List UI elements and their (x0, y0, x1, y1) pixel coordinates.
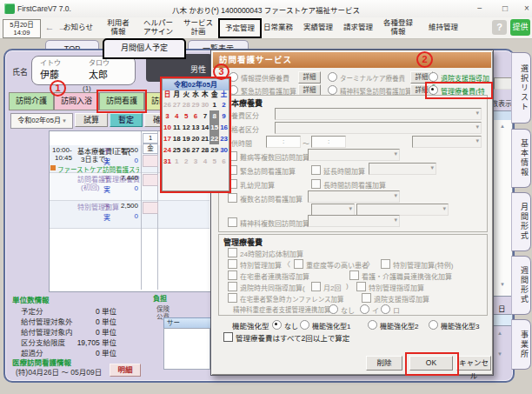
calendar-day[interactable]: 29 (191, 99, 201, 110)
calendar-day[interactable]: 6 (191, 110, 201, 122)
calendar-day[interactable]: 26 (163, 99, 172, 110)
partial-input[interactable] (494, 77, 512, 90)
calendar-day[interactable]: 27 (172, 99, 182, 110)
menu-item-service-keikaku[interactable]: サービス 計画 (178, 18, 218, 37)
radio-terminal-care[interactable]: ターミナルケア療養費 (328, 72, 405, 83)
check-severe-patient[interactable]: 重症度等の高い患者 (294, 259, 369, 270)
menu-item-nichijo[interactable]: 日常業務 (258, 18, 298, 37)
check-home-patient-coordination[interactable]: 在宅患者連携指導加算 (228, 270, 309, 281)
calendar-day[interactable]: 13 (191, 122, 201, 133)
check-discharge-joint-guidance[interactable]: 退院時共同指導加算( (228, 282, 305, 292)
menu-item-riyosha[interactable]: 利用者 情報 (98, 18, 138, 37)
calendar-day[interactable]: 12 (182, 122, 191, 133)
psychiatric-select[interactable] (308, 215, 400, 227)
calendar-day[interactable]: 1 (172, 156, 182, 167)
side-tab-selection-list[interactable]: 選択リスト (511, 52, 531, 124)
calendar-day[interactable]: 20 (191, 133, 201, 144)
tab-monthly-personal[interactable]: 月間個人予定 (103, 38, 186, 59)
check-twice-month[interactable]: 月2回 (311, 282, 341, 292)
calendar-day[interactable]: 23 (219, 133, 229, 144)
selection-listbox[interactable]: ▲ ▼ (493, 110, 513, 297)
check-emergency-conference[interactable]: 在宅患者緊急時カンファレンス加算 (228, 293, 344, 304)
help-icon[interactable]: ? (492, 20, 507, 35)
calendar-day[interactable]: 9 (219, 110, 229, 122)
calendar-day[interactable]: 24 (163, 144, 172, 156)
calendar-day[interactable]: 10 (163, 122, 172, 133)
check-24h-system[interactable]: 24時間対応体制加算 (228, 248, 303, 258)
qualification-select[interactable] (275, 122, 482, 134)
calendar-day[interactable]: 11 (172, 122, 182, 133)
calendar-day[interactable]: 4 (172, 110, 182, 122)
check-long-time-visit[interactable]: 長時間訪問看護加算 (311, 179, 386, 190)
check-special-management-exception[interactable]: 特別管理加算(特例) (381, 259, 453, 270)
calendar-day[interactable]: 21 (200, 133, 209, 144)
calendar-day[interactable]: 25 (172, 144, 182, 156)
menu-item-iji-kanri[interactable]: 維持管理 (423, 18, 463, 37)
scroll-up-icon[interactable]: ▲ (500, 124, 505, 129)
check-extension-time[interactable]: 延長時間加算 (311, 165, 365, 176)
calendar-day[interactable]: 8 (209, 110, 219, 122)
calendar-day[interactable]: 3 (163, 110, 172, 122)
delete-button[interactable]: 削除 (366, 356, 402, 371)
radio-kyoka-2[interactable]: 機能強化型2 (368, 320, 418, 331)
check-multiple-staff[interactable]: 複数名訪問看護加算 (228, 193, 303, 204)
time-option-select[interactable] (412, 136, 482, 148)
calendar-day[interactable]: 26 (182, 144, 191, 156)
calendar-day[interactable]: 29 (209, 144, 219, 156)
menu-item-yotei-kanri[interactable]: 予定管理 (218, 18, 262, 38)
calendar-day[interactable]: 18 (172, 133, 182, 144)
calendar-day[interactable]: 31 (163, 156, 172, 167)
scroll-down-icon[interactable]: ▼ (497, 351, 502, 357)
calendar-day[interactable]: 16 (219, 122, 229, 133)
time-end-input[interactable]: : (311, 136, 346, 148)
radio-info-provision[interactable]: 情報提供療養費 (229, 72, 289, 83)
check-nanbyo-multiple[interactable]: 難病等複数回訪問加算 (228, 151, 309, 162)
calendar-day[interactable]: 5 (209, 156, 219, 167)
grid-day-cell[interactable] (143, 174, 158, 186)
sub-select-2[interactable] (356, 204, 449, 216)
calendar-day[interactable]: 28 (200, 144, 209, 156)
calendar-day[interactable]: 14 (200, 122, 209, 133)
scroll-up-icon[interactable]: ▲ (497, 331, 502, 336)
close-icon[interactable]: × (521, 3, 532, 15)
scroll-down-icon[interactable]: ▼ (500, 282, 505, 287)
fee-category-select[interactable] (275, 108, 482, 120)
check-psychiatric-multiple[interactable]: 精神科複数回訪問加算 (228, 217, 309, 228)
menu-item-helper-assign[interactable]: ヘルパー アサイン (138, 18, 178, 37)
calendar-day[interactable]: 22 (209, 133, 219, 144)
calendar-day[interactable]: 3 (191, 156, 201, 167)
maximize-icon[interactable]: □ (499, 3, 511, 15)
calendar-day[interactable]: 30 (219, 144, 229, 156)
radio-kyoka-3[interactable]: 機能強化型3 (429, 320, 479, 331)
check-infant[interactable]: 乳幼児加算 (228, 179, 275, 190)
nanbyo-select[interactable] (308, 149, 400, 161)
menu-item-oshirase[interactable]: お知らせ (58, 18, 98, 37)
grid-day-cell[interactable] (143, 155, 158, 167)
check-all-twice-or-more[interactable]: 管理療養費はすべて2回以上で算定 (223, 332, 349, 343)
side-tab-monthly-format[interactable]: 月間形式 (511, 192, 531, 251)
check-special-management[interactable]: 特別管理加算 (228, 259, 282, 270)
grid-day-cell[interactable] (143, 202, 158, 214)
calendar-day[interactable]: 4 (200, 156, 209, 167)
multiple-staff-select[interactable] (308, 190, 400, 203)
calendar-day[interactable]: 1 (209, 99, 219, 110)
back-arrow-icon[interactable]: ← (43, 21, 56, 33)
cancel-button[interactable]: キャンセル (456, 356, 491, 371)
time-start-input[interactable]: : (266, 136, 301, 148)
menu-item-jisseki[interactable]: 実績管理 (298, 18, 338, 37)
check-special-management-guidance[interactable]: 特別管理指導加算 (356, 282, 424, 292)
calendar-day[interactable]: 28 (182, 99, 191, 110)
menu-item-seikyu[interactable]: 請求管理 (338, 18, 378, 37)
minimize-icon[interactable]: − (474, 3, 486, 15)
calendar-day[interactable]: 27 (191, 144, 201, 156)
side-tab-basic-info[interactable]: 基本情報 (511, 129, 531, 188)
radio-kyoka-1[interactable]: 機能強化型1 (300, 320, 350, 331)
calendar-day[interactable]: 15 (209, 122, 219, 133)
calendar-day[interactable]: 2 (219, 99, 229, 110)
radio-seishin-ro[interactable]: ロ (381, 304, 400, 315)
partial-input[interactable] (493, 314, 513, 326)
side-tab-weekly-format[interactable]: 週間形式 (511, 256, 531, 315)
provide-button[interactable]: 提供 (510, 19, 530, 36)
side-tab-office[interactable]: 事業所 (511, 319, 531, 370)
check-discharge-support-guidance[interactable]: 退院支援指導加算 (362, 293, 429, 304)
